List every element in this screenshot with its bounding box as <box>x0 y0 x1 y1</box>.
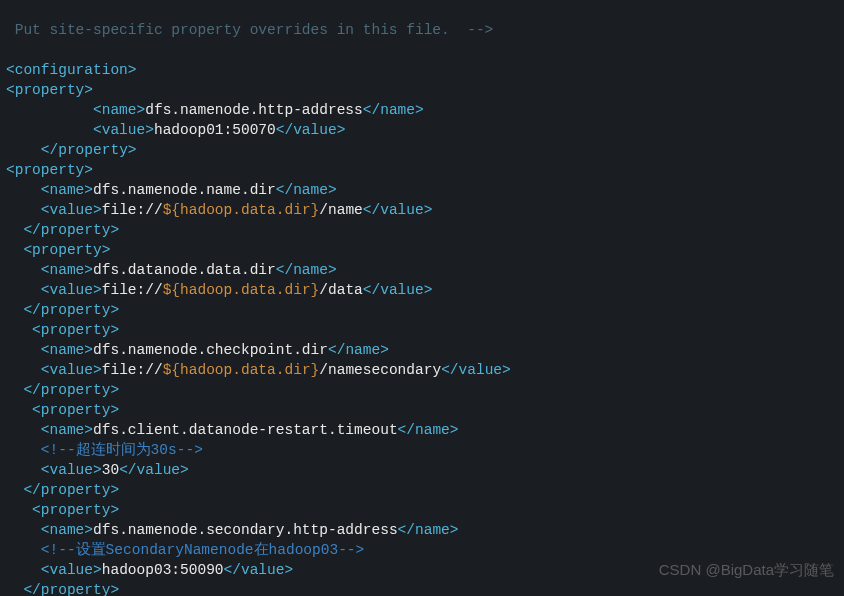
prop1-name: dfs.namenode.name.dir <box>93 182 276 198</box>
property-close-3: </property> <box>23 382 119 398</box>
prop2-name: dfs.datanode.data.dir <box>93 262 276 278</box>
top-comment-line: Put site-specific property overrides in … <box>6 22 493 38</box>
name-close: </name> <box>276 182 337 198</box>
name-close: </name> <box>363 102 424 118</box>
name-close: </name> <box>328 342 389 358</box>
value-close: </value> <box>276 122 346 138</box>
property-close-5: </property> <box>23 582 119 596</box>
prop0-value: hadoop01:50070 <box>154 122 276 138</box>
value-close: </value> <box>224 562 294 578</box>
name-open: <name> <box>41 182 93 198</box>
name-close: </name> <box>398 422 459 438</box>
name-open: <name> <box>93 102 145 118</box>
property-close-2: </property> <box>23 302 119 318</box>
prop3-value-prefix: file:// <box>102 362 163 378</box>
value-open: <value> <box>41 562 102 578</box>
prop5-name: dfs.namenode.secondary.http-address <box>93 522 398 538</box>
prop5-value: hadoop03:50090 <box>102 562 224 578</box>
name-close: </name> <box>276 262 337 278</box>
name-close: </name> <box>398 522 459 538</box>
name-open: <name> <box>41 262 93 278</box>
prop1-value-prefix: file:// <box>102 202 163 218</box>
prop4-name: dfs.client.datanode-restart.timeout <box>93 422 398 438</box>
property-close-4: </property> <box>23 482 119 498</box>
prop4-value: 30 <box>102 462 119 478</box>
prop2-value-var: ${hadoop.data.dir} <box>163 282 320 298</box>
prop0-name: dfs.namenode.http-address <box>145 102 363 118</box>
value-open: <value> <box>93 122 154 138</box>
code-editor[interactable]: Put site-specific property overrides in … <box>0 0 844 596</box>
prop2-value-suffix: /data <box>319 282 363 298</box>
value-open: <value> <box>41 462 102 478</box>
value-open: <value> <box>41 202 102 218</box>
property-open-4: <property> <box>32 402 119 418</box>
prop1-value-suffix: /name <box>319 202 363 218</box>
prop4-comment: <!--超连时间为30s--> <box>41 442 203 458</box>
value-open: <value> <box>41 282 102 298</box>
name-open: <name> <box>41 342 93 358</box>
value-close: </value> <box>363 282 433 298</box>
prop5-comment: <!--设置SecondaryNamenode在hadoop03--> <box>41 542 364 558</box>
value-close: </value> <box>441 362 511 378</box>
prop3-value-var: ${hadoop.data.dir} <box>163 362 320 378</box>
property-close-1: </property> <box>23 222 119 238</box>
value-close: </value> <box>119 462 189 478</box>
value-open: <value> <box>41 362 102 378</box>
name-open: <name> <box>41 522 93 538</box>
property-open-1: <property> <box>6 162 93 178</box>
property-open-0: <property> <box>6 82 93 98</box>
configuration-open: <configuration> <box>6 62 137 78</box>
value-close: </value> <box>363 202 433 218</box>
property-open-3: <property> <box>32 322 119 338</box>
property-open-2: <property> <box>23 242 110 258</box>
property-close-0: </property> <box>41 142 137 158</box>
prop2-value-prefix: file:// <box>102 282 163 298</box>
prop3-value-suffix: /namesecondary <box>319 362 441 378</box>
property-open-5: <property> <box>32 502 119 518</box>
prop3-name: dfs.namenode.checkpoint.dir <box>93 342 328 358</box>
name-open: <name> <box>41 422 93 438</box>
prop1-value-var: ${hadoop.data.dir} <box>163 202 320 218</box>
